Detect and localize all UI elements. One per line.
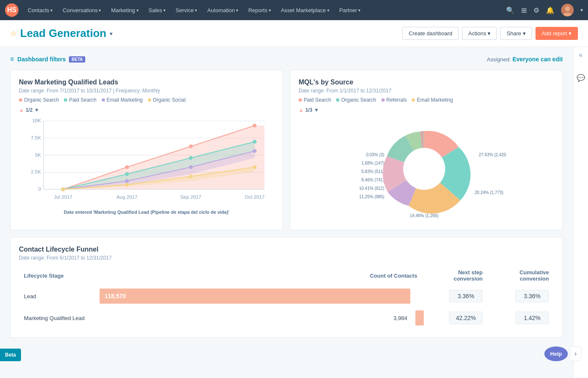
nav-asset-marketplace[interactable]: Asset Marketplace ▾	[277, 5, 333, 16]
stage-mql: Marketing Qualified Lead	[19, 307, 94, 329]
chart2-up-icon[interactable]: ▲	[299, 107, 304, 113]
bar-lead: 118,570	[100, 289, 410, 304]
legend-organic-social: Organic Social	[148, 97, 186, 103]
add-report-button[interactable]: Add report ▾	[536, 27, 578, 40]
nav-marketing[interactable]: Marketing ▾	[107, 5, 142, 16]
svg-point-37	[61, 187, 65, 191]
svg-point-40	[253, 165, 257, 169]
automation-chevron-icon: ▾	[236, 8, 238, 13]
legend-dot-email-marketing	[102, 98, 105, 102]
funnel-title: Contact Lifecycle Funnel	[19, 246, 554, 253]
page-title: Lead Generation	[20, 27, 106, 40]
legend-organic-search-2: Organic Search	[336, 97, 376, 103]
svg-point-34	[189, 165, 193, 169]
title-dropdown-icon[interactable]: ▾	[110, 30, 113, 37]
chart1-subtitle: Date range: From 7/1/2017 to 10/31/2017 …	[19, 88, 274, 94]
notifications-icon[interactable]: 🔔	[546, 6, 554, 14]
create-dashboard-button[interactable]: Create dashboard	[402, 27, 459, 40]
settings-icon[interactable]: ⚙	[533, 6, 539, 14]
nav-sales[interactable]: Sales ▾	[144, 5, 170, 16]
legend-dot-referrals	[381, 98, 385, 102]
actions-button[interactable]: Actions ▾	[462, 27, 497, 40]
cumulative-mql: 1.42%	[488, 307, 554, 329]
right-sidebar: « 💬	[573, 47, 588, 378]
svg-text:1.68% (147): 1.68% (147)	[362, 161, 384, 165]
legend-email-marketing: Email Marketing	[102, 97, 143, 103]
chart1-title: New Marketing Qualified Leads	[19, 79, 274, 86]
grid-icon[interactable]: ⊞	[521, 6, 527, 14]
svg-text:Aug 2017: Aug 2017	[116, 194, 137, 200]
bar-cell-mql: 3,984	[94, 307, 415, 329]
filter-bar: ≡ Dashboard filters BETA Assigned: Every…	[10, 55, 563, 63]
partner-chevron-icon: ▾	[358, 8, 360, 13]
dashboard-filters-label[interactable]: Dashboard filters	[17, 56, 66, 63]
favorite-star-icon[interactable]: ☆	[10, 29, 17, 38]
actions-chevron-icon: ▾	[488, 30, 491, 37]
svg-point-23	[125, 165, 129, 169]
expand-float-button[interactable]: ›	[570, 346, 581, 361]
add-report-chevron-icon: ▾	[569, 30, 572, 37]
chart1-xlabel: Date entered 'Marketing Qualified Lead (…	[19, 210, 274, 215]
filter-lines-icon: ≡	[10, 55, 14, 63]
chart1-up-icon[interactable]: ▲	[19, 107, 24, 113]
legend-paid-search: Paid Search	[64, 97, 96, 103]
asset-marketplace-chevron-icon: ▾	[327, 8, 329, 13]
beta-badge: BETA	[69, 56, 85, 63]
top-navigation: HS Contacts ▾ Conversations ▾ Marketing …	[0, 0, 588, 20]
legend-paid-search-2: Paid Search	[299, 97, 331, 103]
chart1-down-icon[interactable]: ▼	[34, 107, 39, 113]
assigned-link[interactable]: Everyone can edit	[512, 56, 563, 63]
help-float-button[interactable]: Help	[544, 346, 568, 361]
donut-chart-svg-area: 0.03% (3) 1.68% (147) 5.83% (511) 8.46% …	[299, 116, 554, 221]
svg-text:0.03% (3): 0.03% (3)	[366, 152, 384, 157]
chat-icon[interactable]: 💬	[577, 74, 585, 82]
svg-text:5.83% (511): 5.83% (511)	[362, 169, 384, 174]
svg-text:0: 0	[38, 186, 41, 192]
nav-contacts[interactable]: Contacts ▾	[24, 5, 57, 16]
legend-dot-paid-search	[64, 98, 67, 102]
content-area: ≡ Dashboard filters BETA Assigned: Every…	[0, 47, 573, 378]
chart2-title: MQL's by Source	[299, 79, 554, 86]
share-button[interactable]: Share ▾	[500, 27, 532, 40]
marketing-chevron-icon: ▾	[136, 8, 139, 13]
service-chevron-icon: ▾	[195, 8, 197, 13]
svg-point-35	[253, 149, 257, 153]
svg-text:5K: 5K	[35, 152, 41, 158]
col-next-step: Next step conversion	[425, 268, 488, 285]
nav-conversations[interactable]: Conversations ▾	[58, 5, 105, 16]
svg-text:27.63% (2,420): 27.63% (2,420)	[479, 152, 506, 157]
nav-partner[interactable]: Partner ▾	[335, 5, 365, 16]
chart2-subtitle: Date range: From 1/1/2017 to 12/31/2017	[299, 88, 554, 94]
svg-point-3	[565, 6, 570, 11]
next-step-mql: 42.22%	[425, 307, 488, 329]
nav-service[interactable]: Service ▾	[171, 5, 201, 16]
reports-chevron-icon: ▾	[269, 8, 271, 13]
nav-reports[interactable]: Reports ▾	[244, 5, 275, 16]
chart2-down-icon[interactable]: ▼	[314, 107, 319, 113]
svg-point-30	[253, 140, 257, 144]
legend-referrals: Referrals	[381, 97, 407, 103]
mql-donut-chart-card: MQL's by Source Date range: From 1/1/201…	[290, 70, 563, 230]
svg-text:Jul 2017: Jul 2017	[54, 194, 72, 200]
svg-point-50	[403, 148, 445, 190]
nav-automation[interactable]: Automation ▾	[203, 5, 242, 16]
svg-point-28	[125, 172, 129, 176]
svg-text:14.46% (1,266): 14.46% (1,266)	[410, 213, 438, 218]
hubspot-logo[interactable]: HS	[5, 3, 18, 17]
bar-mql	[415, 310, 424, 326]
account-chevron-icon[interactable]: ▾	[580, 7, 583, 13]
main-area: ≡ Dashboard filters BETA Assigned: Every…	[0, 47, 588, 378]
svg-point-29	[189, 156, 193, 160]
collapse-sidebar-icon[interactable]: «	[579, 51, 583, 59]
legend-dot-organic-search-2	[336, 98, 339, 102]
cumulative-lead: 3.36%	[488, 285, 554, 307]
chart2-pagination: ▲ 1/3 ▼	[299, 107, 554, 113]
svg-point-33	[125, 179, 129, 183]
svg-point-24	[189, 144, 193, 148]
beta-float-button[interactable]: Beta	[0, 349, 21, 361]
next-step-lead: 3.36%	[425, 285, 488, 307]
share-chevron-icon: ▾	[523, 30, 526, 37]
search-icon[interactable]: 🔍	[506, 6, 514, 14]
user-avatar[interactable]	[561, 4, 574, 16]
conversations-chevron-icon: ▾	[99, 8, 101, 13]
